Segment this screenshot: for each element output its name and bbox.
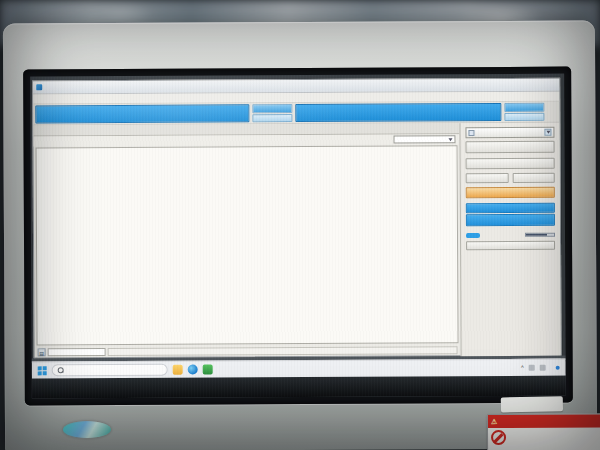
warning-sticker: ⚠ (487, 413, 600, 450)
displacement-limits (448, 111, 498, 112)
chart-column: ▤ (33, 123, 460, 361)
test-app-icon[interactable] (203, 364, 213, 374)
position-progress (525, 233, 555, 237)
screen-frame: ▤ (23, 67, 573, 406)
force-readout-panel (35, 104, 249, 123)
chevron-down-icon (546, 131, 550, 134)
control-sidebar (459, 123, 560, 360)
app-icon (36, 84, 42, 90)
up-button[interactable] (466, 173, 509, 183)
down-button[interactable] (512, 173, 555, 183)
start-test-button[interactable] (466, 141, 555, 153)
displacement-value (300, 112, 448, 113)
status-strip (108, 346, 458, 356)
start-button[interactable] (38, 366, 47, 375)
chevron-down-icon (448, 138, 452, 141)
disp-zero-button[interactable] (504, 103, 544, 112)
sample-count-field[interactable] (48, 348, 106, 356)
speed-label (466, 203, 555, 213)
hologram-sticker (63, 421, 111, 438)
monitor-bezel: ▤ (3, 20, 597, 450)
force-button-stack (252, 104, 292, 122)
combo-arrow-box (544, 129, 551, 136)
mode-legend-row (466, 233, 555, 238)
screen-bottom-shadow (32, 376, 566, 399)
speed-value (466, 214, 555, 226)
pause-button[interactable] (466, 158, 555, 169)
app-window: ▤ (32, 78, 561, 359)
force-zero-button[interactable] (252, 104, 292, 113)
tray-icon-2[interactable] (540, 365, 546, 371)
mode-icon (468, 130, 474, 136)
white-sticker (501, 396, 563, 412)
jog-buttons (466, 173, 555, 183)
screen: ▤ (30, 74, 566, 399)
chart-area (36, 145, 459, 345)
force-calibrate-button[interactable] (252, 114, 292, 123)
warning-body (488, 427, 600, 447)
search-icon (58, 367, 64, 373)
photo-scene: ▤ (0, 0, 600, 450)
warning-header: ⚠ (488, 414, 600, 428)
browser-icon[interactable] (188, 365, 198, 375)
waveform-chart (37, 146, 458, 344)
status-icon: ▤ (38, 348, 46, 356)
warning-triangle-icon: ⚠ (491, 417, 498, 425)
force-value (40, 114, 196, 115)
file-explorer-icon[interactable] (173, 365, 183, 375)
displacement-button-stack (504, 103, 544, 121)
test-mode-select[interactable] (465, 127, 554, 138)
taskbar: ^ (32, 359, 566, 379)
preview-select[interactable] (393, 135, 455, 143)
taskbar-search[interactable] (52, 364, 168, 377)
main-row: ▤ (33, 123, 560, 362)
force-limits (196, 113, 246, 114)
notification-dot[interactable] (556, 366, 560, 370)
tray-icon-1[interactable] (529, 365, 535, 371)
displacement-readout-panel (295, 103, 501, 122)
mode-indicator (466, 233, 480, 238)
tray-chevron-icon[interactable]: ^ (521, 365, 524, 371)
prohibition-icon (491, 430, 506, 445)
readout-bar (33, 102, 559, 126)
position-settings-button[interactable] (466, 241, 555, 250)
stop-button[interactable] (466, 187, 555, 198)
disp-tare-button[interactable] (504, 112, 544, 121)
